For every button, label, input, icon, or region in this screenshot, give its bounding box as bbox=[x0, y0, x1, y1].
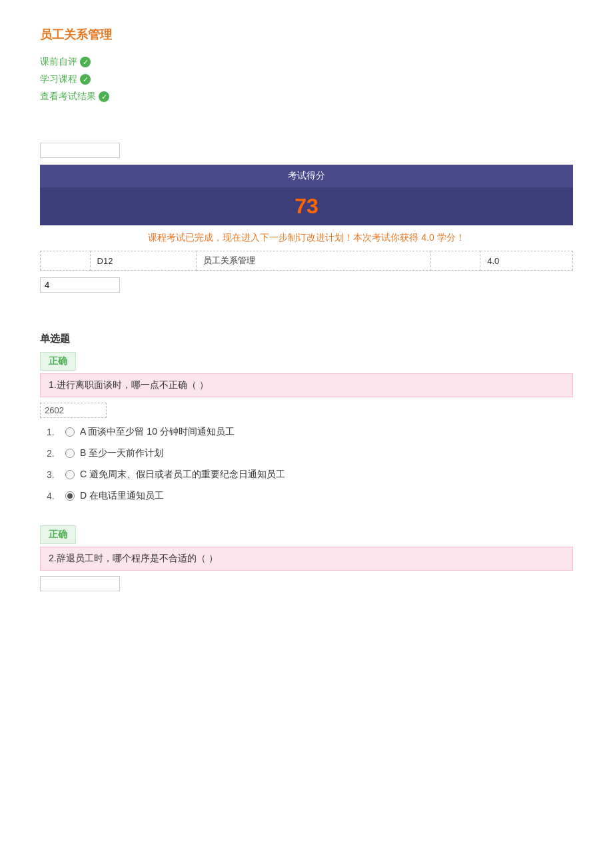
option-num-1-2: 2. bbox=[47, 448, 60, 459]
question-text-2: 2.辞退员工时，哪个程序是不合适的（ ） bbox=[40, 547, 573, 571]
nav-item-2[interactable]: 查看考试结果 ✓ bbox=[40, 91, 573, 103]
info-table: D12 员工关系管理 4.0 bbox=[40, 251, 573, 271]
option-label-1-4: D 在电话里通知员工 bbox=[80, 490, 164, 502]
question-block-1: 正确 1.进行离职面谈时，哪一点不正确（ ） 2602 1. A 面谈中至少留 … bbox=[40, 352, 573, 502]
option-num-1-4: 4. bbox=[47, 491, 60, 501]
options-list-1: 1. A 面谈中至少留 10 分钟时间通知员工 2. B 至少一天前作计划 3.… bbox=[40, 426, 573, 502]
option-label-1-2: B 至少一天前作计划 bbox=[80, 447, 163, 459]
radio-1-4[interactable] bbox=[65, 491, 75, 501]
option-1-1[interactable]: 1. A 面谈中至少留 10 分钟时间通知员工 bbox=[47, 426, 573, 438]
option-1-2[interactable]: 2. B 至少一天前作计划 bbox=[47, 447, 573, 459]
table-row: D12 员工关系管理 4.0 bbox=[41, 251, 573, 271]
score-value-bar: 73 bbox=[40, 187, 573, 225]
nav-label-1: 学习课程 bbox=[40, 73, 77, 85]
top-input[interactable] bbox=[40, 143, 120, 158]
radio-1-1[interactable] bbox=[65, 427, 75, 437]
table-cell-2: D12 bbox=[90, 251, 196, 271]
score-table-wrapper: D12 员工关系管理 4.0 bbox=[40, 251, 573, 271]
nav-label-0: 课前自评 bbox=[40, 56, 77, 68]
score-section: 考试得分 73 bbox=[40, 165, 573, 225]
table-cell-5: 4.0 bbox=[480, 251, 573, 271]
score-number: 73 bbox=[295, 194, 318, 218]
completion-message: 课程考试已完成，现在进入下一步制订改进计划！本次考试你获得 4.0 学分！ bbox=[40, 232, 573, 244]
nav-link-2[interactable]: 查看考试结果 ✓ bbox=[40, 91, 109, 103]
correct-badge-1: 正确 bbox=[40, 352, 76, 371]
nav-link-1[interactable]: 学习课程 ✓ bbox=[40, 73, 91, 85]
nav-label-2: 查看考试结果 bbox=[40, 91, 96, 103]
option-1-4[interactable]: 4. D 在电话里通知员工 bbox=[47, 490, 573, 502]
table-cell-1 bbox=[41, 251, 91, 271]
value-input[interactable] bbox=[40, 277, 120, 293]
nav-item-1[interactable]: 学习课程 ✓ bbox=[40, 73, 573, 85]
question-block-2: 正确 2.辞退员工时，哪个程序是不合适的（ ） bbox=[40, 525, 573, 598]
table-cell-4 bbox=[430, 251, 480, 271]
nav-link-0[interactable]: 课前自评 ✓ bbox=[40, 56, 91, 68]
option-label-1-3: C 避免周末、假日或者员工的重要纪念日通知员工 bbox=[80, 469, 285, 481]
option-num-1-3: 3. bbox=[47, 469, 60, 480]
score-header: 考试得分 bbox=[40, 165, 573, 187]
check-icon-0: ✓ bbox=[80, 57, 91, 67]
question-text-1: 1.进行离职面谈时，哪一点不正确（ ） bbox=[40, 373, 573, 397]
table-cell-3: 员工关系管理 bbox=[196, 251, 430, 271]
question-id-input-2[interactable] bbox=[40, 576, 120, 591]
radio-1-2[interactable] bbox=[65, 449, 75, 458]
check-icon-2: ✓ bbox=[99, 91, 109, 102]
option-num-1-1: 1. bbox=[47, 427, 60, 437]
option-1-3[interactable]: 3. C 避免周末、假日或者员工的重要纪念日通知员工 bbox=[47, 469, 573, 481]
question-id-1: 2602 bbox=[40, 403, 107, 418]
radio-1-3[interactable] bbox=[65, 470, 75, 479]
nav-list: 课前自评 ✓ 学习课程 ✓ 查看考试结果 ✓ bbox=[40, 56, 573, 103]
section-label: 单选题 bbox=[40, 333, 573, 345]
page-title: 员工关系管理 bbox=[40, 27, 573, 43]
check-icon-1: ✓ bbox=[80, 74, 91, 85]
option-label-1-1: A 面谈中至少留 10 分钟时间通知员工 bbox=[80, 426, 235, 438]
correct-badge-2: 正确 bbox=[40, 525, 76, 544]
nav-item-0[interactable]: 课前自评 ✓ bbox=[40, 56, 573, 68]
